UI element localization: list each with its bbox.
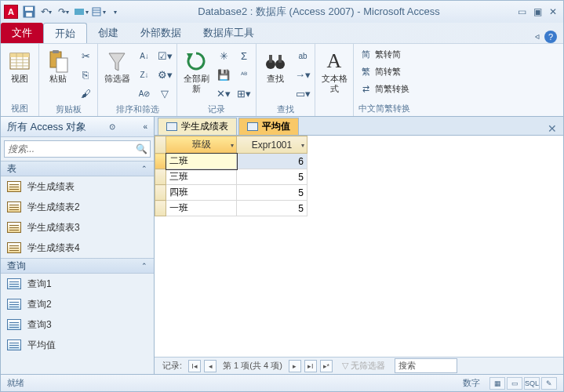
advanced-filter-icon[interactable]: ⚙▾ <box>156 66 173 83</box>
cell[interactable]: 5 <box>237 201 307 216</box>
navitem-query[interactable]: 平均值 <box>1 335 154 355</box>
help-icon[interactable]: ? <box>544 31 557 43</box>
row-header[interactable] <box>155 154 166 169</box>
view-sql-icon[interactable]: SQL <box>524 377 540 390</box>
sort-desc-icon[interactable]: Z↓ <box>136 66 153 83</box>
dropdown-icon[interactable]: ▾ <box>301 141 304 148</box>
cell[interactable]: 一班 <box>166 201 237 216</box>
navitem-query[interactable]: 查询3 <box>1 314 154 335</box>
navcat-queries[interactable]: 查询⌃ <box>1 258 154 274</box>
replace-icon[interactable]: ab <box>294 47 311 64</box>
row-header[interactable] <box>155 169 166 185</box>
next-record-button[interactable]: ▸ <box>289 360 301 372</box>
view-form-icon[interactable]: ▭ <box>507 377 522 390</box>
navitem-query[interactable]: 查询1 <box>1 274 154 294</box>
row-selector-header[interactable] <box>155 136 166 154</box>
cell[interactable]: 二班 <box>166 154 237 169</box>
new-record-button[interactable]: ▸* <box>320 360 333 372</box>
title-bar: A ↶▾ ↷▾ ▾ ▾ ▾ Database2 : 数据库 (Access 20… <box>1 1 563 23</box>
search-input[interactable] <box>5 141 133 157</box>
table-row[interactable]: 三班 5 <box>155 169 307 185</box>
chevron-left-icon[interactable]: « <box>143 122 147 131</box>
row-header[interactable] <box>155 185 166 201</box>
chs-convert-button[interactable]: ⇄简繁转换 <box>357 82 412 96</box>
navitem-table[interactable]: 学生成绩表4 <box>1 238 154 258</box>
qat-btn[interactable]: ▾ <box>90 4 106 20</box>
navitem-table[interactable]: 学生成绩表2 <box>1 197 154 217</box>
doctab-query[interactable]: 平均值 <box>238 118 299 135</box>
new-record-icon[interactable]: ✳ <box>215 47 232 64</box>
tab-file[interactable]: 文件 <box>1 23 43 43</box>
close-button[interactable]: ✕ <box>546 5 560 19</box>
trad-to-simp-button[interactable]: 简繁转简 <box>357 47 412 61</box>
view-datasheet-icon[interactable]: ▦ <box>489 377 505 390</box>
dropdown-icon[interactable]: ▾ <box>231 141 234 148</box>
cell[interactable]: 5 <box>237 185 307 201</box>
minimize-ribbon-icon[interactable]: ᐊ <box>535 34 540 41</box>
query-icon <box>7 299 21 310</box>
column-header[interactable]: 班级▾ <box>166 136 237 154</box>
format-painter-icon[interactable]: 🖌 <box>77 85 94 102</box>
selection-filter-icon[interactable]: ☑▾ <box>156 47 173 64</box>
datasheet[interactable]: 班级▾ Expr1001▾ 二班 6 三班 5 <box>155 136 563 357</box>
refresh-icon <box>184 49 209 74</box>
toggle-filter-icon[interactable]: ▽ <box>156 85 173 102</box>
cell[interactable]: 6 <box>237 154 307 169</box>
undo-icon[interactable]: ↶▾ <box>38 4 54 20</box>
cell[interactable]: 三班 <box>166 169 237 185</box>
delete-record-icon[interactable]: ✕▾ <box>215 85 232 102</box>
record-search-input[interactable]: 搜索 <box>395 358 457 373</box>
refresh-all-button[interactable]: 全部刷新 <box>180 47 212 96</box>
navitem-query[interactable]: 查询2 <box>1 294 154 314</box>
view-design-icon[interactable]: ✎ <box>541 377 557 390</box>
navitem-table[interactable]: 学生成绩表3 <box>1 217 154 238</box>
more-records-icon[interactable]: ⊞▾ <box>235 85 253 102</box>
minimize-button[interactable]: ▭ <box>515 5 529 19</box>
table-row[interactable]: 一班 5 <box>155 201 307 216</box>
group-clipboard: 剪贴板 <box>42 102 94 117</box>
save-icon[interactable] <box>21 4 37 20</box>
cell[interactable]: 5 <box>237 169 307 185</box>
navpane-search[interactable]: 🔍 <box>4 140 151 158</box>
text-format-button[interactable]: A 文本格式 <box>318 47 350 96</box>
prev-record-button[interactable]: ◂ <box>204 360 217 372</box>
group-chinese-convert: 中文简繁转换 <box>357 101 412 116</box>
simp-to-trad-button[interactable]: 繁简转繁 <box>357 64 412 78</box>
view-button[interactable]: 视图 <box>4 47 35 85</box>
navitem-table[interactable]: 学生成绩表 <box>1 176 154 197</box>
cut-icon[interactable]: ✂ <box>77 47 94 64</box>
copy-icon[interactable]: ⎘ <box>77 66 94 83</box>
row-header[interactable] <box>155 201 166 216</box>
maximize-button[interactable]: ▣ <box>530 5 544 19</box>
record-position: 第 1 项(共 4 项) <box>220 360 286 372</box>
table-row[interactable]: 二班 6 <box>155 154 307 169</box>
totals-icon[interactable]: Σ <box>235 47 253 64</box>
goto-icon[interactable]: →▾ <box>294 66 311 83</box>
select-icon[interactable]: ▭▾ <box>294 85 311 102</box>
clear-sort-icon[interactable]: A⊘ <box>136 85 153 102</box>
find-button[interactable]: 查找 <box>260 47 291 85</box>
qat-btn[interactable]: ▾ <box>73 4 89 20</box>
spelling-icon[interactable]: ᴬᴮ <box>235 66 253 83</box>
filter-button[interactable]: 筛选器 <box>101 47 133 85</box>
first-record-button[interactable]: I◂ <box>188 360 201 372</box>
search-icon[interactable]: 🔍 <box>133 141 150 157</box>
sort-asc-icon[interactable]: A↓ <box>136 47 153 64</box>
column-header[interactable]: Expr1001▾ <box>237 136 307 154</box>
save-record-icon[interactable]: 💾 <box>215 66 232 83</box>
paste-button[interactable]: 粘贴 <box>42 47 74 85</box>
last-record-button[interactable]: ▸I <box>304 360 317 372</box>
close-tab-icon[interactable]: ✕ <box>541 122 563 135</box>
tab-external-data[interactable]: 外部数据 <box>129 23 192 43</box>
doctab-table[interactable]: 学生成绩表 <box>158 118 237 135</box>
tab-database-tools[interactable]: 数据库工具 <box>192 23 265 43</box>
redo-icon[interactable]: ↷▾ <box>56 4 71 20</box>
navcat-tables[interactable]: 表⌃ <box>1 161 154 176</box>
collapse-icon[interactable]: ⊙ <box>109 122 115 131</box>
tab-create[interactable]: 创建 <box>87 23 129 43</box>
table-row[interactable]: 四班 5 <box>155 185 307 201</box>
qat-customize-icon[interactable]: ▾ <box>107 4 123 20</box>
tab-home[interactable]: 开始 <box>43 23 87 43</box>
cell[interactable]: 四班 <box>166 185 237 201</box>
navpane-header[interactable]: 所有 Access 对象 ⊙ « <box>1 117 154 137</box>
